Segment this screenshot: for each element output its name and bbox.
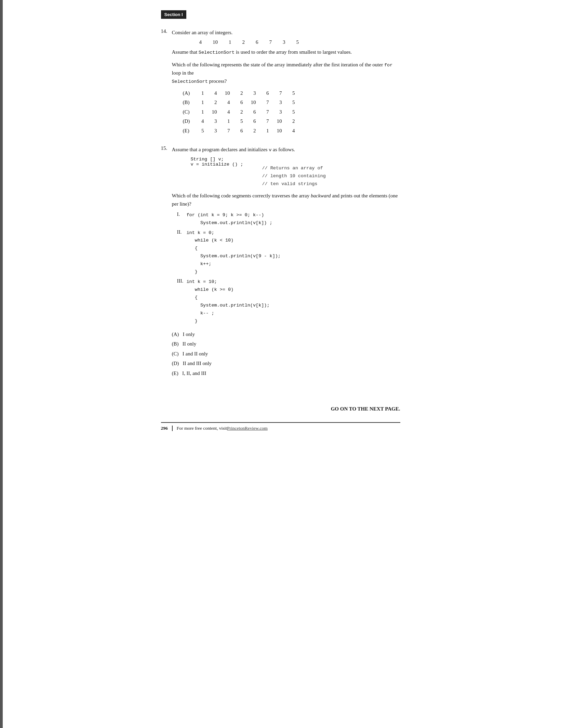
seg-III-code: int k = 10; while (k >= 0) { System.out.… bbox=[187, 278, 270, 325]
q14-choices: (A) 1 4 10 2 3 6 7 5 (B) 1 2 4 6 10 bbox=[183, 89, 400, 135]
cB-5: 7 bbox=[260, 98, 273, 107]
cA-6: 7 bbox=[273, 89, 286, 98]
cA-5: 6 bbox=[260, 89, 273, 98]
cB-3: 6 bbox=[234, 98, 247, 107]
q15-code-block: String [] v; v = initialize () ; // Retu… bbox=[191, 157, 400, 188]
selection-sort-ref2: SelectionSort bbox=[172, 79, 208, 84]
arr-6: 3 bbox=[283, 39, 285, 45]
label-E: (E) bbox=[183, 127, 195, 135]
segment-III-block: III. int k = 10; while (k >= 0) { System… bbox=[177, 278, 400, 325]
q14-intro-text: Consider an array of integers. bbox=[172, 30, 233, 35]
choice-C: (C) 1 10 4 2 6 7 3 5 bbox=[183, 108, 400, 117]
which-end: process? bbox=[208, 78, 227, 84]
cB-6: 3 bbox=[273, 98, 286, 107]
q14-array: 4 10 1 2 6 7 3 5 bbox=[199, 39, 400, 45]
segment-III-row: III. int k = 10; while (k >= 0) { System… bbox=[177, 278, 400, 325]
arr-2: 1 bbox=[229, 39, 231, 45]
q15-labelE: (E) I, II, and III bbox=[172, 370, 206, 376]
seg-I-label: I. bbox=[177, 211, 187, 217]
cB-2: 4 bbox=[221, 98, 234, 107]
segment-I-row: I. for (int k = 9; k >= 0; k--) System.o… bbox=[177, 211, 400, 227]
cA-7: 5 bbox=[286, 89, 299, 98]
choice-E: (E) 5 3 7 6 2 1 10 4 bbox=[183, 127, 400, 135]
cE-1: 3 bbox=[208, 127, 221, 135]
for-ref: for bbox=[384, 63, 392, 68]
which-pre: Which of the following represents the st… bbox=[172, 62, 384, 67]
cA-2: 10 bbox=[221, 89, 234, 98]
seg-I-code: for (int k = 9; k >= 0; k--) System.out.… bbox=[187, 211, 272, 227]
choice-A: (A) 1 4 10 2 3 6 7 5 bbox=[183, 89, 400, 98]
q15-which: Which of the following code segments cor… bbox=[172, 192, 400, 208]
label-C: (C) bbox=[183, 108, 195, 117]
selection-sort-ref1: SelectionSort bbox=[199, 50, 235, 55]
cC-4: 6 bbox=[247, 108, 260, 117]
footer-text: For more free content, visit bbox=[177, 426, 227, 431]
cE-2: 7 bbox=[221, 127, 234, 135]
arr-1: 10 bbox=[213, 39, 218, 45]
cD-2: 1 bbox=[221, 117, 234, 126]
arr-0: 4 bbox=[199, 39, 202, 45]
segment-II-row: II. int k = 0; while (k < 10) { System.o… bbox=[177, 229, 400, 276]
q15-code-main: String [] v; v = initialize () ; bbox=[191, 157, 243, 177]
cD-4: 6 bbox=[247, 117, 260, 126]
choice-D: (D) 4 3 1 5 6 7 10 2 bbox=[183, 117, 400, 126]
q15-number: 15. bbox=[161, 145, 172, 151]
cE-6: 10 bbox=[273, 127, 286, 135]
cE-4: 2 bbox=[247, 127, 260, 135]
arr-5: 7 bbox=[269, 39, 272, 45]
seg-II-code: int k = 0; while (k < 10) { System.out.p… bbox=[187, 229, 281, 276]
q15-labelD: (D) II and III only bbox=[172, 361, 212, 366]
cE-5: 1 bbox=[260, 127, 273, 135]
arr-7: 5 bbox=[296, 39, 299, 45]
page-footer: 296 For more free content, visit Princet… bbox=[161, 422, 400, 431]
cD-1: 3 bbox=[208, 117, 221, 126]
segment-II-block: II. int k = 0; while (k < 10) { System.o… bbox=[177, 229, 400, 276]
question-14: 14. Consider an array of integers. 4 10 … bbox=[161, 28, 400, 136]
cB-1: 2 bbox=[208, 98, 221, 107]
q15-code-comments: // Returns an array of // length 10 cont… bbox=[262, 157, 325, 188]
cD-7: 2 bbox=[286, 117, 299, 126]
cC-7: 5 bbox=[286, 108, 299, 117]
segment-I-block: I. for (int k = 9; k >= 0; k--) System.o… bbox=[177, 211, 400, 227]
cD-5: 7 bbox=[260, 117, 273, 126]
label-D: (D) bbox=[183, 117, 195, 126]
label-A: (A) bbox=[183, 89, 195, 98]
cD-6: 10 bbox=[273, 117, 286, 126]
cC-3: 2 bbox=[234, 108, 247, 117]
q15-intro: Assume that a program declares and initi… bbox=[172, 145, 400, 154]
footer-link[interactable]: PrincetonReview.com bbox=[227, 426, 268, 431]
backward-ref: backward bbox=[311, 193, 331, 198]
q15-labelA: (A) I only bbox=[172, 332, 195, 337]
q15-labelC: (C) I and II only bbox=[172, 351, 208, 356]
cB-0: 1 bbox=[195, 98, 208, 107]
seg-II-label: II. bbox=[177, 229, 187, 235]
cA-4: 3 bbox=[247, 89, 260, 98]
which-seg-pre: Which of the following code segments cor… bbox=[172, 193, 311, 198]
cA-0: 1 bbox=[195, 89, 208, 98]
cC-1: 10 bbox=[208, 108, 221, 117]
q15-labelB: (B) II only bbox=[172, 341, 197, 347]
q15-intro-text: Assume that a program declares and initi… bbox=[172, 147, 269, 152]
q14-assume: Assume that SelectionSort is used to ord… bbox=[172, 48, 400, 56]
cC-2: 4 bbox=[221, 108, 234, 117]
cB-7: 5 bbox=[286, 98, 299, 107]
cD-3: 5 bbox=[234, 117, 247, 126]
q15-choice-B: (B) II only bbox=[172, 340, 400, 349]
q14-intro: Consider an array of integers. bbox=[172, 28, 400, 37]
which-mid: loop in the bbox=[172, 70, 194, 76]
cE-0: 5 bbox=[195, 127, 208, 135]
cC-6: 3 bbox=[273, 108, 286, 117]
section-badge: Section I bbox=[161, 10, 186, 19]
q15-intro-rest: as follows. bbox=[271, 147, 295, 152]
q15-choices: (A) I only (B) II only (C) I and II only… bbox=[172, 330, 400, 378]
cA-3: 2 bbox=[234, 89, 247, 98]
footer-page-number: 296 bbox=[161, 426, 168, 431]
choice-B: (B) 1 2 4 6 10 7 3 5 bbox=[183, 98, 400, 107]
assume-post: is used to order the array from smallest… bbox=[235, 49, 352, 55]
footer-separator bbox=[172, 426, 173, 431]
seg-III-label: III. bbox=[177, 278, 187, 284]
cC-5: 7 bbox=[260, 108, 273, 117]
q14-which: Which of the following represents the st… bbox=[172, 61, 400, 86]
q15-choice-D: (D) II and III only bbox=[172, 359, 400, 368]
q15-choice-E: (E) I, II, and III bbox=[172, 369, 400, 378]
